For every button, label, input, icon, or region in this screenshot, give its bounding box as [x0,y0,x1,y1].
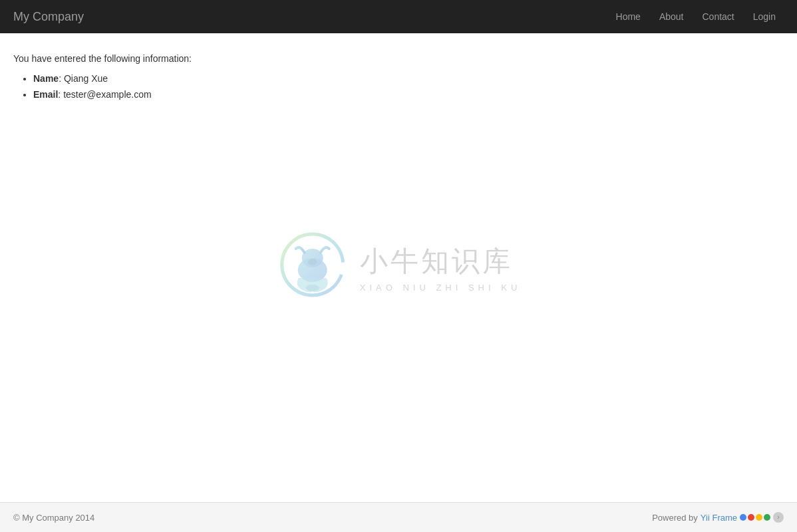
nav-item-contact[interactable]: Contact [694,11,742,22]
nav-item-home[interactable]: Home [608,11,649,22]
nav-item-login[interactable]: Login [745,11,784,22]
watermark-pinyin: XIAO NIU ZHI SHI KU [360,283,522,293]
yii-dot-red [748,514,754,521]
email-label: Email [33,89,58,100]
watermark: 小牛知识库 XIAO NIU ZHI SHI KU [276,231,522,305]
footer-yii-link[interactable]: Yii Frame [701,513,737,523]
yii-dot-blue [740,514,746,521]
svg-point-2 [302,249,323,267]
nav-link-contact[interactable]: Contact [694,6,742,27]
email-value: tester@example.com [63,89,151,100]
nav-link-login[interactable]: Login [745,6,784,27]
scroll-top-icon[interactable]: › [773,512,784,523]
svg-point-1 [298,258,327,282]
footer: © My Company 2014 Powered by Yii Frame › [0,502,797,532]
page-wrapper: You have entered the following informati… [0,33,797,502]
intro-text: You have entered the following informati… [13,53,784,64]
name-item: Name: Qiang Xue [33,73,784,84]
yii-logo-icon [740,514,770,521]
nav-link-home[interactable]: Home [608,6,649,27]
name-label: Name [33,73,59,84]
nav-menu: Home About Contact Login [608,11,784,22]
footer-copyright: © My Company 2014 [13,513,94,523]
nav-link-about[interactable]: About [651,6,692,27]
email-item: Email: tester@example.com [33,89,784,100]
navbar: My Company Home About Contact Login [0,0,797,33]
svg-point-3 [308,259,317,265]
name-value: Qiang Xue [64,73,108,84]
nav-item-about[interactable]: About [651,11,692,22]
svg-point-0 [282,234,343,295]
watermark-logo-icon [276,231,349,305]
yii-dot-green [764,514,770,521]
footer-powered-text: Powered by [652,513,698,523]
footer-right: Powered by Yii Frame › [652,512,784,523]
watermark-text: 小牛知识库 XIAO NIU ZHI SHI KU [360,243,522,293]
watermark-chinese: 小牛知识库 [360,243,522,280]
navbar-brand[interactable]: My Company [13,10,84,24]
main-content: You have entered the following informati… [0,33,797,118]
yii-dot-yellow [756,514,762,521]
svg-point-4 [306,285,319,291]
info-list: Name: Qiang Xue Email: tester@example.co… [13,73,784,100]
